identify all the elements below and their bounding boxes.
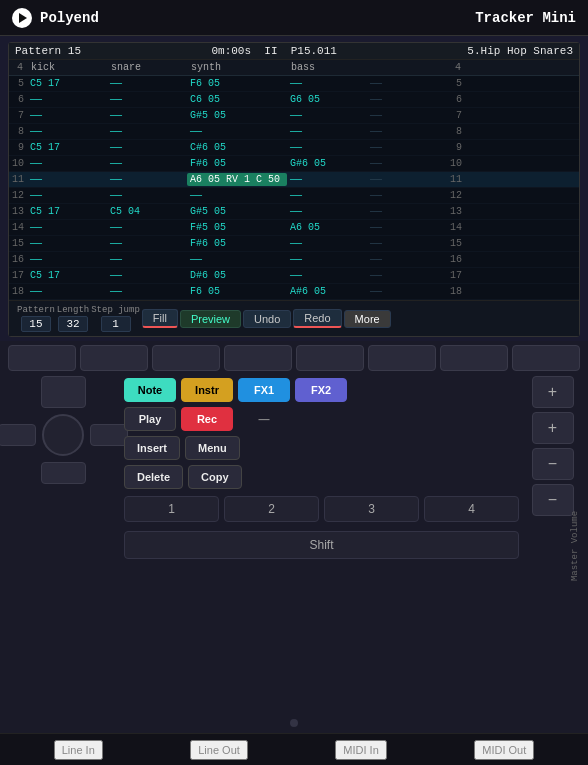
joystick-knob[interactable] [42,414,84,456]
cell-value: G6 05 [287,93,367,106]
instr-button[interactable]: Instr [181,378,233,402]
more-button[interactable]: More [344,310,391,328]
cell-value: —— [107,285,187,298]
redo-button[interactable]: Redo [293,309,341,328]
pad-3[interactable] [152,345,220,371]
cell-value: —— [27,237,107,250]
pattern-row[interactable]: 15————F#6 05————15 [9,236,579,252]
copy-button[interactable]: Copy [188,465,242,489]
pad-7[interactable] [440,345,508,371]
cell-value: —— [107,141,187,154]
volume-minus-large-button[interactable]: − [532,484,574,516]
number-button-2[interactable]: 2 [224,496,319,522]
note-button[interactable]: Note [124,378,176,402]
delete-button[interactable]: Delete [124,465,183,489]
rec-button[interactable]: Rec [181,407,233,431]
play-button[interactable]: Play [124,407,176,431]
pattern-row[interactable]: 7————G#5 05————7 [9,108,579,124]
volume-plus-small-button[interactable]: + [532,412,574,444]
volume-minus-small-button[interactable]: − [532,448,574,480]
pattern-row[interactable]: 13C5 17C5 04G#5 05————13 [9,204,579,220]
fx2-button[interactable]: FX2 [295,378,347,402]
row-number: 10 [447,157,465,170]
number-button-3[interactable]: 3 [324,496,419,522]
pattern-row[interactable]: 16——————————16 [9,252,579,268]
main-controls-area: Note Instr FX1 FX2 Play Rec — Insert Men… [8,376,580,716]
pattern-row[interactable]: 8——————————8 [9,124,579,140]
cell-value: —— [367,205,447,218]
pattern-row[interactable]: 9C5 17——C#6 05————9 [9,140,579,156]
insert-button[interactable]: Insert [124,436,180,460]
volume-plus-large-button[interactable]: + [532,376,574,408]
app-header: Polyend Tracker Mini [0,0,588,36]
cell-value: —— [367,93,447,106]
row-number: 5 [9,77,27,90]
pattern-row[interactable]: 14————F#5 05A6 05——14 [9,220,579,236]
footer-button-line-out[interactable]: Line Out [190,740,248,760]
cell-value: C5 17 [27,77,107,90]
shift-button[interactable]: Shift [124,531,519,559]
cell-value: —— [287,269,367,282]
cell-value: —— [27,125,107,138]
footer-button-midi-in[interactable]: MIDI In [335,740,386,760]
undo-button[interactable]: Undo [243,310,291,328]
cell-value: —— [107,77,187,90]
footer-button-line-in[interactable]: Line In [54,740,103,760]
stepjump-ctrl-label: Step jump [91,305,140,315]
row-number: 17 [9,269,27,282]
cell-value: D#6 05 [187,269,287,282]
joy-top-btn[interactable] [41,376,86,408]
joy-left-btn[interactable] [0,424,36,446]
cell-value: G#6 05 [287,157,367,170]
pad-4[interactable] [224,345,292,371]
pad-1[interactable] [8,345,76,371]
pattern-row[interactable]: 5C5 17——F6 05————5 [9,76,579,92]
joy-right-btn[interactable] [90,424,128,446]
pattern-control: Pattern 15 [17,305,55,332]
status-dot [290,719,298,727]
cell-value: C5 17 [27,205,107,218]
pattern-row[interactable]: 6————C6 05G6 05——6 [9,92,579,108]
row-number: 7 [9,109,27,122]
row-number: 15 [9,237,27,250]
cell-value: —— [287,141,367,154]
cell-value: —— [287,237,367,250]
pattern-row[interactable]: 17C5 17——D#6 05————17 [9,268,579,284]
menu-button[interactable]: Menu [185,436,240,460]
mode-buttons-row: Note Instr FX1 FX2 [124,378,519,402]
pattern-row[interactable]: 11————A6 05 RV 1 C 50————11 [9,172,579,188]
row-number: 13 [447,205,465,218]
joy-bottom-btn[interactable] [41,462,86,484]
fill-button[interactable]: Fill [142,309,178,328]
cell-value: G#5 05 [187,109,287,122]
stepjump-ctrl-value: 1 [101,316,131,332]
pad-5[interactable] [296,345,364,371]
preview-button[interactable]: Preview [180,310,241,328]
pattern-label: Pattern 15 [15,45,81,57]
number-button-1[interactable]: 1 [124,496,219,522]
pad-6[interactable] [368,345,436,371]
cell-value: —— [287,173,367,186]
pad-8[interactable] [512,345,580,371]
header-track4: bass [287,61,367,74]
hardware-body: Note Instr FX1 FX2 Play Rec — Insert Men… [0,341,588,733]
cell-value: —— [27,285,107,298]
header-track1: kick [27,61,107,74]
volume-label: Master Volume [570,511,580,581]
number-button-4[interactable]: 4 [424,496,519,522]
footer-button-midi-out[interactable]: MIDI Out [474,740,534,760]
pattern-row[interactable]: 18————F6 05A#6 05——18 [9,284,579,300]
header-track3: synth [187,61,287,74]
fx1-button[interactable]: FX1 [238,378,290,402]
pattern-row[interactable]: 12——————————12 [9,188,579,204]
row-number: 18 [9,285,27,298]
edit-row-2: Delete Copy [124,465,519,489]
polyend-logo-icon [12,8,32,28]
tracker-screen: Pattern 15 0m:00s II P15.011 5.Hip Hop S… [8,42,580,337]
pad-2[interactable] [80,345,148,371]
cell-value: —— [367,141,447,154]
row-number: 6 [9,93,27,106]
cell-value: F6 05 [187,77,287,90]
row-number: 5 [447,77,465,90]
pattern-row[interactable]: 10————F#6 05G#6 05——10 [9,156,579,172]
